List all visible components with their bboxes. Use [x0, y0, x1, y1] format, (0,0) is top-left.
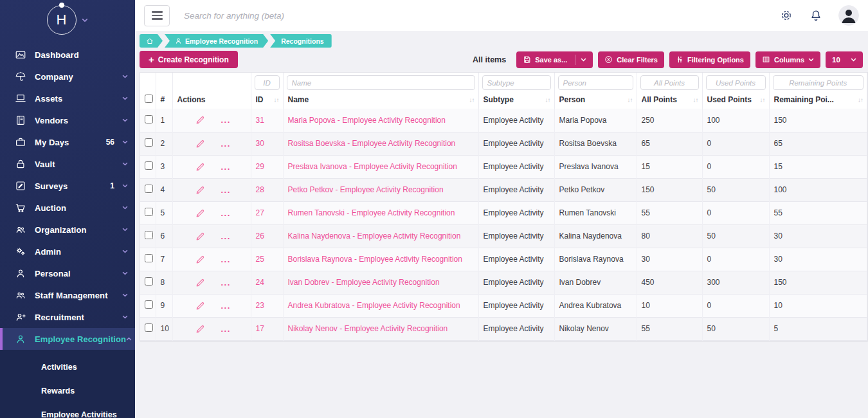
- save-as-button[interactable]: Save as...: [516, 51, 593, 68]
- submenu-item-employee-activities[interactable]: Employee Activities: [0, 403, 135, 418]
- sidebar-item-admin[interactable]: Admin: [0, 241, 135, 262]
- edit-pencil-icon[interactable]: [195, 231, 206, 242]
- column-header-all-points[interactable]: All Points: [637, 93, 702, 109]
- submenu-item-activities[interactable]: Activities: [0, 355, 135, 379]
- sort-icon[interactable]: [628, 95, 633, 104]
- more-options-icon[interactable]: [221, 116, 231, 125]
- row-name-link[interactable]: Nikolay Nenov - Employee Activity Recogn…: [288, 324, 448, 333]
- edit-pencil-icon[interactable]: [195, 277, 206, 288]
- row-checkbox[interactable]: [145, 277, 153, 286]
- row-name-link[interactable]: Ivan Dobrev - Employee Activity Recognit…: [288, 278, 440, 287]
- column-header-subtype[interactable]: Subtype: [478, 93, 554, 109]
- sidebar-item-my-days[interactable]: My Days 56: [0, 131, 135, 153]
- sidebar-item-staff-management[interactable]: Staff Management: [0, 284, 135, 306]
- more-options-icon[interactable]: [221, 186, 231, 195]
- hamburger-menu-button[interactable]: [144, 5, 170, 26]
- row-id-link[interactable]: 26: [256, 232, 264, 241]
- clear-filters-button[interactable]: Clear Filters: [598, 51, 664, 68]
- breadcrumb-recognitions[interactable]: Recognitions: [270, 34, 332, 48]
- sort-icon[interactable]: [469, 95, 475, 104]
- user-avatar[interactable]: [838, 5, 859, 26]
- row-id-link[interactable]: 17: [256, 324, 264, 333]
- settings-gear-icon[interactable]: [779, 8, 793, 23]
- sidebar-item-personal[interactable]: Personal: [0, 262, 135, 284]
- row-checkbox[interactable]: [145, 323, 153, 332]
- more-options-icon[interactable]: [221, 140, 231, 149]
- more-options-icon[interactable]: [221, 255, 231, 264]
- columns-button[interactable]: Columns: [755, 51, 820, 68]
- row-checkbox[interactable]: [145, 161, 153, 170]
- row-name-link[interactable]: Kalina Naydenova - Employee Activity Rec…: [288, 232, 461, 241]
- row-name-link[interactable]: Rositsa Boevska - Employee Activity Reco…: [288, 139, 456, 148]
- row-name-link[interactable]: Borislava Raynova - Employee Activity Re…: [288, 255, 462, 264]
- edit-pencil-icon[interactable]: [195, 138, 206, 149]
- sidebar-item-dashboard[interactable]: Dashboard: [0, 44, 135, 66]
- row-name-link[interactable]: Rumen Tanovski - Employee Activity Recog…: [288, 208, 455, 217]
- breadcrumb-home[interactable]: [140, 34, 163, 48]
- column-header-used-points[interactable]: Used Points: [702, 93, 769, 109]
- edit-pencil-icon[interactable]: [195, 254, 206, 265]
- sidebar-item-company[interactable]: Company: [0, 66, 135, 87]
- sort-icon[interactable]: [858, 95, 863, 104]
- row-name-link[interactable]: Maria Popova - Employee Activity Recogni…: [288, 116, 446, 125]
- sort-icon[interactable]: [545, 95, 550, 104]
- sort-icon[interactable]: [760, 95, 765, 104]
- edit-pencil-icon[interactable]: [195, 161, 206, 172]
- row-name-link[interactable]: Preslava Ivanova - Employee Activity Rec…: [288, 162, 457, 171]
- column-header-person[interactable]: Person: [554, 93, 637, 109]
- filter-input-subtype[interactable]: [482, 75, 551, 90]
- create-recognition-button[interactable]: Create Recognition: [140, 51, 238, 68]
- filter-input-used-points[interactable]: [706, 75, 766, 90]
- row-id-link[interactable]: 27: [256, 208, 264, 217]
- sidebar-item-assets[interactable]: Assets: [0, 87, 135, 109]
- filter-input-person[interactable]: [558, 75, 633, 90]
- more-options-icon[interactable]: [221, 232, 231, 241]
- filter-input-name[interactable]: [287, 75, 475, 90]
- edit-pencil-icon[interactable]: [195, 185, 206, 195]
- filter-input-all-points[interactable]: [640, 75, 699, 90]
- row-id-link[interactable]: 23: [256, 301, 264, 310]
- more-options-icon[interactable]: [221, 278, 231, 287]
- sidebar-item-employee-recognition[interactable]: Employee Recognition: [0, 328, 135, 350]
- sort-icon[interactable]: [693, 95, 698, 104]
- more-options-icon[interactable]: [221, 163, 231, 172]
- column-header-remaining-points[interactable]: Remaining Poi...: [769, 93, 867, 109]
- filter-input-id[interactable]: [255, 75, 280, 90]
- select-all-checkbox[interactable]: [145, 95, 153, 103]
- more-options-icon[interactable]: [221, 209, 231, 218]
- row-checkbox[interactable]: [145, 138, 153, 147]
- sidebar-item-surveys[interactable]: Surveys 1: [0, 175, 135, 197]
- row-name-link[interactable]: Petko Petkov - Employee Activity Recogni…: [288, 185, 444, 194]
- page-size-select[interactable]: 10: [826, 51, 863, 68]
- sidebar-item-vault[interactable]: Vault: [0, 153, 135, 175]
- app-logo[interactable]: H: [0, 0, 135, 40]
- column-header-name[interactable]: Name: [283, 93, 478, 109]
- column-header-id[interactable]: ID: [251, 93, 283, 109]
- sort-icon[interactable]: [274, 95, 279, 104]
- row-checkbox[interactable]: [145, 254, 153, 262]
- edit-pencil-icon[interactable]: [195, 323, 206, 334]
- filter-input-remaining-points[interactable]: [773, 75, 864, 90]
- row-checkbox[interactable]: [145, 231, 153, 239]
- edit-pencil-icon[interactable]: [195, 114, 206, 125]
- row-id-link[interactable]: 30: [256, 139, 264, 148]
- row-id-link[interactable]: 31: [256, 116, 264, 125]
- breadcrumb-employee-recognition[interactable]: Employee Recognition: [165, 34, 268, 48]
- row-checkbox[interactable]: [145, 185, 153, 193]
- row-checkbox[interactable]: [145, 208, 153, 216]
- edit-pencil-icon[interactable]: [195, 300, 206, 311]
- row-checkbox[interactable]: [145, 300, 153, 309]
- sidebar-item-auction[interactable]: Auction: [0, 197, 135, 219]
- row-id-link[interactable]: 24: [256, 278, 264, 287]
- more-options-icon[interactable]: [221, 325, 231, 334]
- edit-pencil-icon[interactable]: [195, 208, 206, 219]
- notifications-bell-icon[interactable]: [809, 8, 823, 23]
- sidebar-item-vendors[interactable]: Vendors: [0, 109, 135, 131]
- more-options-icon[interactable]: [221, 302, 231, 311]
- row-name-link[interactable]: Andrea Kubratova - Employee Activity Rec…: [288, 301, 460, 310]
- filtering-options-button[interactable]: Filtering Options: [669, 51, 750, 68]
- submenu-item-rewards[interactable]: Rewards: [0, 379, 135, 403]
- row-id-link[interactable]: 29: [256, 162, 264, 171]
- row-id-link[interactable]: 25: [256, 255, 264, 264]
- sidebar-item-organization[interactable]: Organization: [0, 219, 135, 241]
